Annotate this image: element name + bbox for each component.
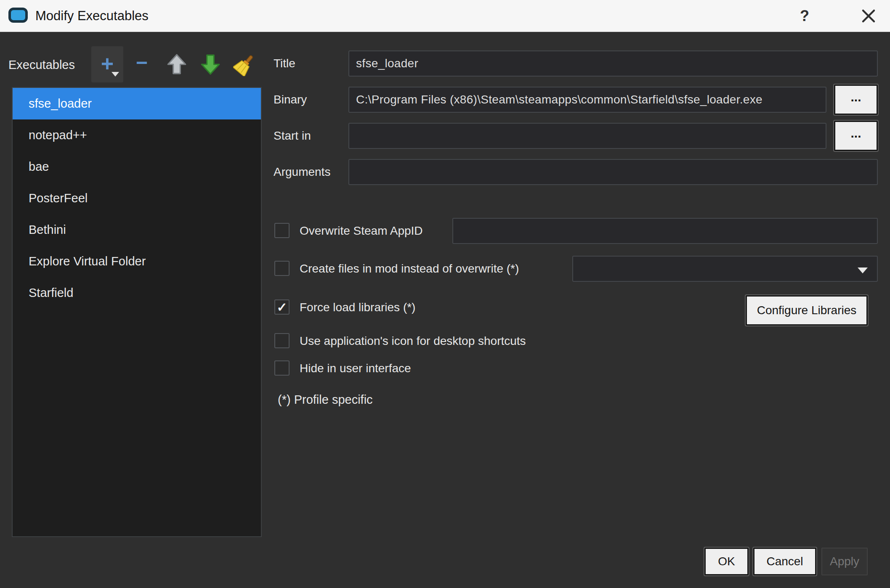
- clean-button[interactable]: [229, 46, 261, 82]
- app-icon: [8, 8, 28, 23]
- use-app-icon-checkbox[interactable]: [274, 333, 290, 348]
- executables-header: Executables: [8, 47, 75, 82]
- ok-button[interactable]: OK: [704, 548, 749, 575]
- title-label: Title: [274, 50, 295, 77]
- list-item[interactable]: sfse_loader: [13, 88, 261, 119]
- arguments-label: Arguments: [274, 159, 330, 185]
- list-item[interactable]: bae: [13, 151, 261, 183]
- broom-icon: [233, 53, 257, 76]
- use-app-icon-label: Use application's icon for desktop short…: [300, 329, 526, 353]
- list-item[interactable]: Bethini: [13, 214, 261, 246]
- list-item[interactable]: Explore Virtual Folder: [13, 246, 261, 277]
- start-in-label: Start in: [274, 123, 311, 149]
- executables-list: sfse_loadernotepad++baePosterFeelBethini…: [12, 87, 262, 537]
- titlebar: Modify Executables ?: [0, 0, 890, 32]
- arrow-up-icon: [166, 53, 188, 75]
- minus-icon: −: [136, 53, 148, 73]
- close-button[interactable]: [855, 3, 882, 29]
- apply-button[interactable]: Apply: [821, 548, 868, 575]
- remove-executable-button[interactable]: −: [126, 46, 158, 82]
- create-files-checkbox[interactable]: [274, 261, 290, 276]
- chevron-down-icon: [112, 72, 119, 77]
- window-title: Modify Executables: [35, 0, 149, 32]
- plus-icon: +: [101, 53, 114, 74]
- hide-ui-label: Hide in user interface: [300, 357, 411, 380]
- overwrite-appid-checkbox[interactable]: [274, 223, 290, 238]
- move-down-button[interactable]: [194, 46, 226, 82]
- hide-ui-checkbox[interactable]: [274, 360, 290, 376]
- list-item[interactable]: notepad++: [13, 119, 261, 151]
- arrow-down-icon: [199, 53, 221, 75]
- list-item[interactable]: Starfield: [13, 277, 261, 309]
- create-files-label: Create files in mod instead of overwrite…: [300, 257, 519, 281]
- help-button[interactable]: ?: [791, 3, 818, 29]
- list-item[interactable]: PosterFeel: [13, 183, 261, 214]
- close-icon: [861, 9, 876, 23]
- force-load-checkbox[interactable]: ✓: [274, 299, 290, 315]
- steam-appid-input[interactable]: [452, 218, 878, 244]
- modify-executables-dialog: Modify Executables ? Executables + −: [0, 0, 890, 588]
- dropdown-arrow-icon: [858, 268, 868, 273]
- force-load-label: Force load libraries (*): [300, 296, 415, 319]
- arguments-input[interactable]: [348, 159, 878, 185]
- binary-label: Binary: [274, 87, 307, 113]
- cancel-button[interactable]: Cancel: [753, 548, 816, 575]
- start-in-browse-button[interactable]: ...: [834, 121, 878, 151]
- binary-browse-button[interactable]: ...: [834, 85, 878, 115]
- configure-libraries-button[interactable]: Configure Libraries: [746, 295, 868, 326]
- overwrite-appid-label: Overwrite Steam AppID: [300, 219, 423, 243]
- add-executable-button[interactable]: +: [91, 46, 123, 82]
- start-in-input[interactable]: [348, 123, 826, 149]
- profile-specific-note: (*) Profile specific: [278, 389, 373, 410]
- mod-select-dropdown[interactable]: [572, 256, 878, 282]
- title-input[interactable]: [348, 50, 878, 77]
- move-up-button[interactable]: [161, 46, 193, 82]
- binary-input[interactable]: [348, 87, 826, 113]
